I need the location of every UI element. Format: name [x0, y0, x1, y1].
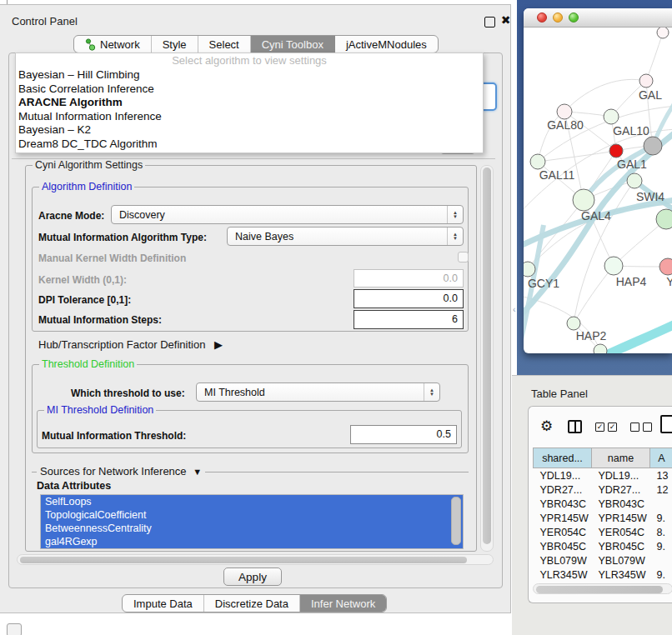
unchecked-box-icon[interactable] [643, 422, 652, 432]
close-traffic-light-icon[interactable] [537, 12, 547, 22]
network-edge [524, 296, 600, 351]
aracne-mode-combobox[interactable]: Discovery ▲▼ [111, 205, 464, 224]
attribute-list-item[interactable]: TopologicalCoefficient [41, 508, 463, 522]
table-column-header[interactable]: shared... [534, 448, 592, 468]
hub-transcription-section[interactable]: Hub/Transcription Factor Definition ▶ [38, 338, 223, 351]
attribute-list-item[interactable]: BetweennessCentrality [41, 522, 463, 535]
network-node[interactable] [594, 344, 607, 353]
algorithm-option[interactable]: Bayesian – K2 [16, 123, 483, 138]
mi-algorithm-type-combobox[interactable]: Naive Bayes ▲▼ [227, 227, 464, 246]
network-node[interactable] [644, 137, 662, 155]
split-columns-icon[interactable] [568, 420, 582, 433]
network-node[interactable] [573, 189, 594, 211]
network-node-label: GAL4 [581, 209, 611, 222]
panel-title: Control Panel [12, 15, 78, 28]
table-cell: 9. [650, 568, 672, 582]
table-cell: 8. [650, 525, 672, 539]
network-node-label: GAL10 [613, 124, 649, 138]
checked-box-icon[interactable]: ✓ [595, 422, 604, 432]
tab-jactivemnodules[interactable]: jActiveMNodules [335, 36, 438, 52]
table-row[interactable]: YBR045CYBR045C9. [534, 539, 672, 553]
data-attributes-list[interactable]: SelfLoopsTopologicalCoefficientBetweenne… [40, 494, 464, 549]
attribute-list-item[interactable]: SelfLoops [41, 495, 463, 508]
data-attributes-label: Data Attributes [37, 480, 111, 492]
threshold-definition-title: Threshold Definition [39, 358, 137, 370]
table-row[interactable]: YDL19...YDL19...13 [534, 468, 672, 483]
kernel-width-field[interactable]: 0.0 [354, 269, 464, 288]
zoom-traffic-light-icon[interactable] [569, 12, 579, 22]
network-window-titlebar[interactable] [524, 8, 672, 28]
table-cell: YDL19... [592, 468, 650, 483]
network-edge [564, 79, 646, 112]
tab-infer-network[interactable]: Infer Network [300, 595, 386, 612]
close-icon[interactable]: ✖ [500, 15, 511, 26]
tab-style[interactable]: Style [152, 36, 198, 52]
divider-collapse-icon[interactable]: ‹ [513, 305, 515, 314]
table-cell: YBL079W [534, 553, 592, 568]
table-row[interactable]: YBL079WYBL079W [534, 553, 672, 568]
algorithm-option[interactable]: ARACNE Algorithm [16, 96, 483, 110]
minimize-traffic-light-icon[interactable] [553, 12, 563, 22]
network-node[interactable] [604, 257, 623, 275]
network-node[interactable] [627, 173, 642, 188]
table-row[interactable]: YPR145WYPR145W9. [534, 511, 672, 525]
apply-button[interactable]: Apply [223, 568, 282, 586]
algorithm-option[interactable]: Mutual Information Inference [16, 110, 483, 124]
attribute-list-item[interactable]: gal4RGexp [41, 535, 463, 548]
table-column-header[interactable]: A [650, 448, 672, 468]
float-window-icon[interactable] [484, 17, 495, 28]
tab-select[interactable]: Select [198, 36, 251, 52]
expand-right-icon: ▶ [214, 338, 223, 351]
table-horizontal-scrollbar[interactable] [533, 583, 672, 594]
network-node[interactable] [557, 104, 572, 119]
network-canvas[interactable]: GALGAL80GAL10GAL1GAL11SWI4GAL4GCY1HAP4YH… [524, 28, 672, 353]
network-node[interactable] [524, 262, 535, 277]
network-node[interactable] [656, 209, 672, 229]
mi-steps-field[interactable]: 6 [354, 310, 464, 329]
tab-impute-data[interactable]: Impute Data [123, 595, 204, 612]
table-cell: YDL19... [534, 468, 592, 483]
network-node[interactable] [530, 154, 545, 169]
network-edge [614, 219, 666, 266]
combo-arrows-icon: ▲▼ [447, 206, 463, 223]
network-node[interactable] [609, 144, 623, 158]
tab-cyni-toolbox[interactable]: Cyni Toolbox [251, 36, 335, 52]
table-row[interactable]: YER054CYER054C8. [534, 525, 672, 539]
network-node[interactable] [657, 28, 669, 38]
network-node-label: Y [666, 275, 672, 288]
algorithm-option[interactable]: Basic Correlation Inference [16, 82, 483, 97]
list-scrollbar[interactable] [451, 497, 461, 545]
table-row[interactable]: YLR345WYLR345W9. [534, 568, 672, 582]
network-edge [646, 32, 663, 81]
network-node[interactable] [639, 74, 653, 88]
settings-vertical-scrollbar[interactable] [480, 165, 494, 552]
mi-algorithm-type-label: Mutual Information Algorithm Type: [38, 232, 207, 243]
collapsed-panel-icon[interactable] [7, 623, 22, 635]
network-node[interactable] [567, 317, 580, 330]
document-icon[interactable] [660, 415, 672, 433]
table-cell: YPR145W [592, 511, 650, 525]
checked-box-icon[interactable]: ✓ [608, 422, 617, 432]
unchecked-box-icon[interactable] [630, 422, 639, 432]
tab-discretize-data[interactable]: Discretize Data [204, 595, 300, 612]
network-node[interactable] [604, 109, 619, 124]
table-cell: YER054C [592, 525, 650, 539]
which-threshold-combobox[interactable]: MI Threshold ▲▼ [196, 382, 440, 402]
table-row[interactable]: YDR27...YDR27...12 [534, 482, 672, 497]
network-node[interactable] [659, 258, 672, 275]
table-row[interactable]: YBR043CYBR043C [534, 497, 672, 511]
settings-horizontal-scrollbar[interactable] [17, 554, 494, 565]
manual-kernel-width-checkbox[interactable] [458, 252, 469, 262]
sources-section-header[interactable]: Sources for Network Inference ▼ [37, 465, 205, 478]
mi-threshold-field[interactable]: 0.5 [350, 425, 457, 444]
algorithm-option[interactable]: Dream8 DC_TDC Algorithm [16, 138, 483, 152]
node-attribute-table: shared...nameA YDL19...YDL19...13YDR27..… [533, 448, 672, 596]
control-panel-window: Control Panel ✖ Network Style Select Cyn… [0, 4, 511, 613]
algorithm-option[interactable]: Bayesian – Hill Climbing [16, 68, 483, 82]
mi-threshold-label: Mutual Information Threshold: [42, 430, 186, 442]
dpi-tolerance-field[interactable]: 0.0 [354, 289, 464, 308]
tab-network[interactable]: Network [74, 36, 152, 52]
aracne-mode-label: Aracne Mode: [38, 210, 104, 222]
gear-icon[interactable]: ⚙ [540, 419, 553, 433]
table-column-header[interactable]: name [592, 448, 650, 468]
